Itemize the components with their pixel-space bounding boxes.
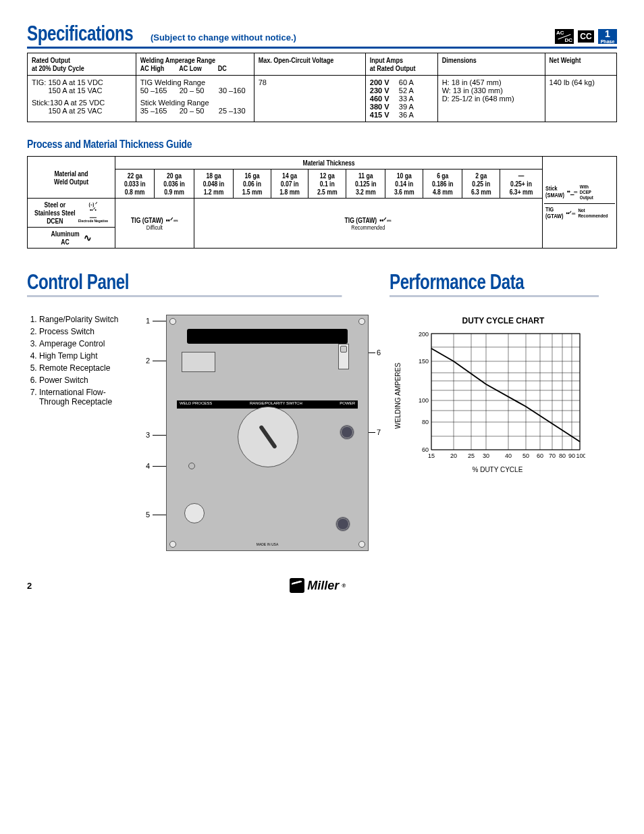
cell-rated-output: TIG: 150 A at 15 VDC 150 A at 15 VAC Sti… xyxy=(28,76,136,122)
stick-icon: ••⎯⎓ xyxy=(567,189,577,195)
remote-receptacle-icon xyxy=(184,503,205,523)
cp-item-4: High Temp Light xyxy=(39,351,135,361)
torch-icon: ••ᐟ⎓ xyxy=(566,211,576,217)
col-rated-output: Rated Output at 20% Duty Cycle xyxy=(28,53,136,76)
power-switch-icon xyxy=(338,344,349,369)
svg-text:20: 20 xyxy=(450,452,457,459)
svg-text:100: 100 xyxy=(419,397,429,404)
acdc-icon xyxy=(555,29,574,44)
col-welding-range: Welding Amperage Range AC High AC Low DC xyxy=(136,53,254,76)
svg-text:100: 100 xyxy=(576,452,585,459)
page-number: 2 xyxy=(27,581,32,591)
guide-table: Material and Weld Output Material Thickn… xyxy=(27,156,617,249)
miller-swoosh-icon xyxy=(290,578,304,593)
flow-through-port-icon xyxy=(340,425,354,440)
spec-banner: Specifications (Subject to change withou… xyxy=(27,20,617,49)
svg-text:25: 25 xyxy=(468,452,475,459)
cp-item-3: Amperage Control xyxy=(39,339,135,348)
ac-wave-icon: ∿ xyxy=(84,232,92,243)
cell-net-weight: 140 lb (64 kg) xyxy=(545,76,616,122)
cp-item-5: Remote Receptacle xyxy=(39,363,135,373)
badges: CC 1Phase xyxy=(555,29,617,45)
col-dimensions: Dimensions xyxy=(437,53,545,76)
cc-icon: CC xyxy=(576,29,595,44)
duty-cycle-chart: DUTY CYCLE CHART WELDING AMPERES xyxy=(390,316,617,473)
performance-title: Performance Data xyxy=(390,269,599,297)
gauge-row: 22 ga0.033 in0.8 mm 20 ga0.036 in0.9 mm … xyxy=(28,170,617,199)
cell-max-ocv: 78 xyxy=(254,76,365,122)
cell-input-amps: 200 V 60 A 230 V 52 A 460 V 33 A 380 V 3… xyxy=(365,76,437,122)
guide-row-head: Material and Weld Output xyxy=(28,157,115,199)
torch-small-icon: ••ᐟ⎓ xyxy=(166,216,178,224)
amperage-knob-icon xyxy=(238,407,298,467)
col-input-amps: Input Amps at Rated Output xyxy=(365,53,437,76)
cell-dimensions: H: 18 in (457 mm) W: 13 in (330 mm) D: 2… xyxy=(437,76,545,122)
cp-item-1: Range/Polarity Switch xyxy=(39,315,135,324)
svg-text:90: 90 xyxy=(568,452,575,459)
svg-text:15: 15 xyxy=(428,452,435,459)
footer: 2 Miller® xyxy=(27,578,617,593)
specs-table: Rated Output at 20% Duty Cycle Welding A… xyxy=(27,53,617,122)
specifications-subtitle: (Subject to change without notice.) xyxy=(151,32,296,45)
tig-difficult-band: TIG (GTAW) ••ᐟ⎓ Difficult xyxy=(115,199,194,249)
control-panel-diagram: 1 2 3 4 5 6 7 xyxy=(146,315,369,551)
col-max-ocv: Max. Open-Circuit Voltage xyxy=(254,53,365,76)
svg-text:50: 50 xyxy=(522,452,529,459)
svg-text:80: 80 xyxy=(559,452,566,459)
svg-text:150: 150 xyxy=(419,358,429,365)
cp-item-7: International Flow-Through Receptacle xyxy=(39,388,135,407)
process-switch-icon xyxy=(182,352,215,372)
guide-title: Process and Material Thickness Guide xyxy=(27,137,617,151)
guide-header-top: Material Thickness xyxy=(115,157,543,170)
svg-text:60: 60 xyxy=(537,452,543,459)
row-steel: Steel or Stainless Steel DCEN (–) ᐟ••ᐟ•⎯… xyxy=(28,199,115,228)
row-aluminum: Aluminum AC ∿ xyxy=(28,228,115,249)
cell-welding-range: TIG Welding Range 50 –165 20 – 50 30 –16… xyxy=(136,76,254,122)
svg-text:40: 40 xyxy=(505,452,512,459)
torch-small-icon-2: ••ᐟ⎓ xyxy=(379,216,392,224)
cp-item-6: Power Switch xyxy=(39,375,135,385)
tig-recommended-band: TIG (GTAW) ••ᐟ⎓ Recommended xyxy=(194,199,542,249)
legend-tig: TIG (GTAW) ••ᐟ⎓ Not Recommended xyxy=(544,204,615,223)
cp-item-2: Process Switch xyxy=(39,327,135,336)
control-panel-title: Control Panel xyxy=(27,269,342,297)
control-panel-list: Range/Polarity Switch Process Switch Amp… xyxy=(27,315,135,551)
svg-text:30: 30 xyxy=(483,452,489,459)
panel-port-icon xyxy=(336,517,350,531)
miller-logo: Miller® xyxy=(290,578,346,593)
specifications-title: Specifications xyxy=(27,20,133,45)
range-polarity-switch-icon xyxy=(187,329,348,344)
svg-text:200: 200 xyxy=(419,331,429,338)
svg-text:70: 70 xyxy=(549,452,556,459)
legend-stick: Stick (SMAW) ••⎯⎓ With DCEP Output xyxy=(544,182,615,205)
phase-icon: 1Phase xyxy=(598,29,617,44)
svg-text:80: 80 xyxy=(422,419,429,425)
col-net-weight: Net Weight xyxy=(545,53,616,76)
high-temp-light-icon xyxy=(188,463,195,469)
